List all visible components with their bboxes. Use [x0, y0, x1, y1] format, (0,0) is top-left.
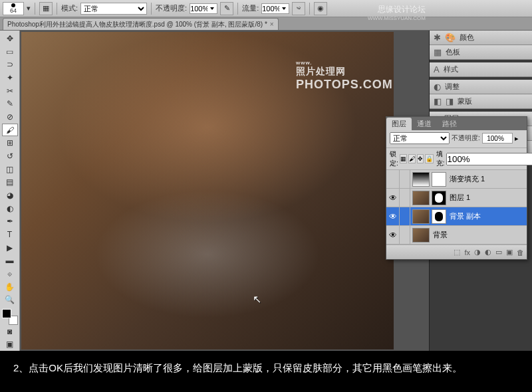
- layer-thumb[interactable]: [412, 228, 430, 243]
- document-tab-title: Photoshop利用外挂滤镜提高人物皮肤纹理清晰度.psd @ 100% (背…: [7, 20, 267, 29]
- layer-row[interactable]: 👁图层 1: [386, 189, 527, 207]
- panel-tab-路径[interactable]: 路径: [437, 118, 462, 130]
- pen-tool[interactable]: ✒: [2, 215, 18, 228]
- layer-action-icon[interactable]: ◑: [474, 248, 481, 256]
- layer-list: 渐变填充 1👁图层 1👁背景 副本👁背景: [386, 170, 527, 245]
- mode-label: 模式:: [61, 3, 78, 13]
- dodge-tool[interactable]: ◐: [2, 202, 18, 215]
- panel-shortcut-蒙版[interactable]: ◧◨蒙版: [430, 94, 532, 109]
- blur-tool[interactable]: ◕: [2, 189, 18, 202]
- panel-shortcut-样式[interactable]: A样式: [430, 62, 532, 77]
- layer-name[interactable]: 图层 1: [448, 193, 527, 203]
- layer-mask-thumb[interactable]: [432, 209, 446, 224]
- layer-action-icon[interactable]: ▭: [495, 248, 502, 256]
- visibility-toggle[interactable]: [386, 170, 400, 188]
- history-brush-tool[interactable]: ↺: [2, 149, 18, 163]
- healing-brush-tool[interactable]: ⊘: [2, 110, 18, 124]
- toggle-panel-icon[interactable]: ▦: [39, 2, 53, 15]
- panel-label: 蒙版: [458, 96, 472, 106]
- dropdown-icon[interactable]: ▸: [515, 134, 519, 143]
- quick-mask-icon[interactable]: ◙: [2, 325, 18, 338]
- foreground-color[interactable]: [2, 309, 11, 318]
- lock-pixels-icon[interactable]: 🖌: [408, 154, 416, 163]
- 3d-tool[interactable]: ⟐: [2, 267, 18, 280]
- layer-mask-thumb[interactable]: [432, 191, 446, 205]
- brush-tool[interactable]: 🖌: [2, 124, 18, 137]
- panel-icon: ▦: [434, 47, 442, 57]
- layer-action-icon[interactable]: ▣: [506, 248, 513, 256]
- flow-label: 流量:: [242, 3, 259, 13]
- panel-label: 调整: [445, 82, 460, 92]
- clone-stamp-tool[interactable]: ⊞: [2, 136, 18, 149]
- layer-name[interactable]: 背景: [432, 230, 527, 240]
- panel-label: 样式: [444, 64, 458, 74]
- dropdown-icon[interactable]: ▾: [27, 4, 31, 13]
- crop-tool[interactable]: ✂: [2, 84, 18, 98]
- lock-transparency-icon[interactable]: ▦: [400, 154, 407, 163]
- visibility-toggle[interactable]: 👁: [386, 207, 400, 225]
- panel-label: 色板: [446, 47, 460, 57]
- shape-tool[interactable]: ▬: [2, 254, 18, 267]
- panel-shortcut-色板[interactable]: ▦色板: [430, 45, 532, 60]
- layer-mask-thumb[interactable]: [432, 172, 446, 187]
- panel-icon: ◧: [434, 96, 442, 106]
- visibility-toggle[interactable]: 👁: [386, 189, 400, 207]
- screen-mode-icon[interactable]: ▣: [2, 338, 18, 351]
- brush-size-label: 64: [10, 7, 17, 14]
- watermark-forum: 思缘设计论坛 WWW.MISSYUAN.COM: [368, 4, 426, 21]
- move-tool[interactable]: ✥: [2, 32, 18, 45]
- magic-wand-tool[interactable]: ✦: [2, 71, 18, 84]
- layer-name[interactable]: 渐变填充 1: [448, 174, 527, 184]
- layer-thumb[interactable]: [412, 172, 430, 187]
- blend-mode-select[interactable]: 正常: [80, 3, 147, 15]
- airbrush-icon[interactable]: ༄: [292, 2, 305, 15]
- layer-action-icon[interactable]: fx: [464, 248, 470, 256]
- layer-thumb[interactable]: [412, 209, 430, 224]
- path-selection-tool[interactable]: ▶: [2, 241, 18, 254]
- cursor-icon: ↖: [253, 293, 261, 306]
- layer-row[interactable]: 👁背景 副本: [386, 207, 527, 226]
- fill-input[interactable]: [446, 153, 532, 165]
- eyedropper-tool[interactable]: ✎: [2, 97, 18, 110]
- opacity-input[interactable]: [190, 3, 217, 14]
- panel-shortcut-调整[interactable]: ◐调整: [430, 80, 532, 94]
- eraser-tool[interactable]: ◫: [2, 163, 18, 176]
- panel-tab-图层[interactable]: 图层: [386, 118, 412, 130]
- tutorial-caption: 2、点击OK后我们发现图片清晰了很多，给图层加上蒙版，只保留皮肤部分，其它用黑色…: [0, 351, 532, 385]
- panel-tab-通道[interactable]: 通道: [412, 118, 437, 130]
- lasso-tool[interactable]: ⊃: [2, 58, 18, 71]
- lock-position-icon[interactable]: ✥: [417, 154, 424, 163]
- zoom-tool[interactable]: 🔍: [2, 293, 18, 306]
- layer-opacity-label: 不透明度:: [452, 134, 480, 143]
- flow-input[interactable]: [261, 3, 289, 14]
- color-swatches[interactable]: [2, 309, 18, 325]
- layer-row[interactable]: 渐变填充 1: [386, 170, 527, 189]
- brush-preset-picker[interactable]: 64: [3, 2, 24, 15]
- layer-action-icon[interactable]: ⬚: [454, 248, 460, 256]
- layer-row[interactable]: 👁背景: [386, 226, 527, 245]
- panel-shortcut-颜色[interactable]: ✱🎨颜色: [430, 31, 532, 45]
- fill-label: 填充:: [436, 149, 445, 168]
- watermark-photops: www. 照片处理网 PHOTOPS.COM: [296, 60, 393, 92]
- hand-tool[interactable]: ✋: [2, 280, 18, 294]
- toolbox: ✥ ▭ ⊃ ✦ ✂ ✎ ⊘ 🖌 ⊞ ↺ ◫ ▤ ◕ ◐ ✒ T ▶ ▬ ⟐ ✋ …: [0, 31, 20, 351]
- photoshop-window: 64 ▾ ▦ 模式: 正常 不透明度: ✎ 流量: ༄ ◉ Photoshop利…: [0, 0, 532, 351]
- gradient-tool[interactable]: ▤: [2, 175, 18, 189]
- layer-thumb[interactable]: [412, 191, 430, 205]
- document-tab[interactable]: Photoshop利用外挂滤镜提高人物皮肤纹理清晰度.psd @ 100% (背…: [3, 18, 279, 30]
- tablet-pressure-opacity-icon[interactable]: ✎: [220, 2, 233, 15]
- layers-panel-footer: ⬚fx◑◐▭▣🗑: [386, 245, 527, 259]
- tablet-pressure-size-icon[interactable]: ◉: [314, 2, 327, 15]
- lock-all-icon[interactable]: 🔒: [425, 154, 434, 163]
- layer-opacity-input[interactable]: [482, 133, 513, 144]
- marquee-tool[interactable]: ▭: [2, 45, 18, 58]
- layer-name[interactable]: 背景 副本: [448, 211, 527, 221]
- layer-action-icon[interactable]: ◐: [485, 248, 491, 256]
- layer-blend-mode-select[interactable]: 正常: [390, 132, 450, 144]
- visibility-toggle[interactable]: 👁: [386, 226, 400, 244]
- layer-action-icon[interactable]: 🗑: [517, 248, 524, 256]
- layers-panel-tabs: 图层通道路径: [386, 117, 527, 130]
- close-icon[interactable]: ×: [270, 21, 274, 28]
- type-tool[interactable]: T: [2, 228, 18, 241]
- panel-icon: ◨: [446, 96, 454, 106]
